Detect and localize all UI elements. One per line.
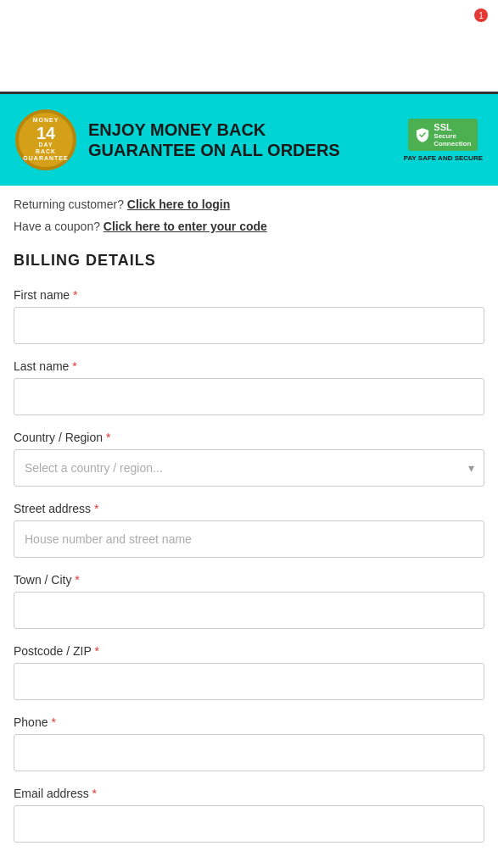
ssl-label: SSL [434,122,471,132]
coupon-row: Have a coupon? Click here to enter your … [14,220,484,233]
badge-guarantee-label: GUARANTEE [23,155,68,162]
postcode-input[interactable] [14,663,484,700]
badge-back-label: BACK [36,148,56,155]
main-content: Returning customer? Click here to login … [0,186,498,868]
svg-rect-2 [15,29,34,31]
last-name-input[interactable] [14,378,484,415]
menu-icon[interactable] [15,16,34,32]
town-city-label: Town / City * [14,573,484,587]
town-required: * [75,573,79,587]
checkout-title: CHECKOUT [0,47,498,92]
banner-line1: ENJOY MONEY BACK [88,120,340,140]
coupon-label: Have a coupon? [14,220,100,233]
money-back-banner: MONEY 14 DAY BACK GUARANTEE ENJOY MONEY … [0,94,498,179]
secure-label: Secure [434,132,471,140]
first-name-required: * [73,288,77,302]
phone-required: * [51,715,55,729]
connection-label: Connection [434,140,471,147]
svg-point-5 [467,30,471,33]
postcode-label: Postcode / ZIP * [14,644,484,658]
last-name-required: * [72,359,76,373]
country-select[interactable]: Select a country / region... [14,449,484,487]
phone-input[interactable] [14,734,484,771]
ssl-text: SSL Secure Connection [434,122,471,147]
street-required: * [94,502,98,515]
returning-customer-row: Returning customer? Click here to login [14,198,484,211]
header: FORSTEP STYLE 1 CHECKOUT [0,0,498,94]
country-select-wrapper: Select a country / region... ▾ [14,449,484,487]
badge-days: 14 [36,125,55,142]
banner-line2: GUARANTEE ON ALL ORDERS [88,140,340,160]
country-required: * [106,431,110,444]
cart-icon-container[interactable]: 1 [461,14,483,34]
first-name-input[interactable] [14,307,484,344]
svg-point-6 [475,30,478,33]
first-name-label: First name * [14,288,484,302]
postcode-required: * [94,644,98,658]
billing-details-title: BILLING DETAILS [14,252,484,270]
cart-badge: 1 [474,8,488,22]
svg-rect-1 [15,23,34,25]
last-name-label: Last name * [14,359,484,373]
banner-text: ENJOY MONEY BACK GUARANTEE ON ALL ORDERS [88,120,340,160]
banner-strip [0,179,498,186]
coupon-link[interactable]: Click here to enter your code [104,220,267,233]
site-logo: FORSTEP STYLE [66,17,461,31]
street-address-label: Street address * [14,502,484,515]
nav-icons-left [15,15,66,32]
login-link[interactable]: Click here to login [127,198,230,211]
phone-label: Phone * [14,715,484,729]
search-icon[interactable] [49,15,66,32]
email-required: * [92,787,97,800]
postcode-group: Postcode / ZIP * [14,644,484,700]
last-name-group: Last name * [14,359,484,415]
ssl-badge: SSL Secure Connection [408,119,478,151]
money-back-badge: MONEY 14 DAY BACK GUARANTEE [15,109,76,170]
svg-line-4 [61,27,65,31]
street-address-input[interactable] [14,520,484,558]
email-label: Email address * [14,787,484,800]
first-name-group: First name * [14,288,484,344]
country-label: Country / Region * [14,431,484,444]
town-city-group: Town / City * [14,573,484,629]
returning-label: Returning customer? [14,198,124,211]
phone-group: Phone * [14,715,484,771]
svg-rect-0 [15,16,34,19]
pay-safe-text: PAY SAFE AND SECURE [404,154,483,162]
badge-day-word: DAY [38,142,53,148]
email-group: Email address * [14,787,484,843]
ssl-shield-icon [415,127,430,142]
country-group: Country / Region * Select a country / re… [14,431,484,487]
town-city-input[interactable] [14,592,484,629]
email-input[interactable] [14,805,484,843]
street-address-group: Street address * [14,502,484,558]
ssl-section: SSL Secure Connection PAY SAFE AND SECUR… [404,119,483,162]
